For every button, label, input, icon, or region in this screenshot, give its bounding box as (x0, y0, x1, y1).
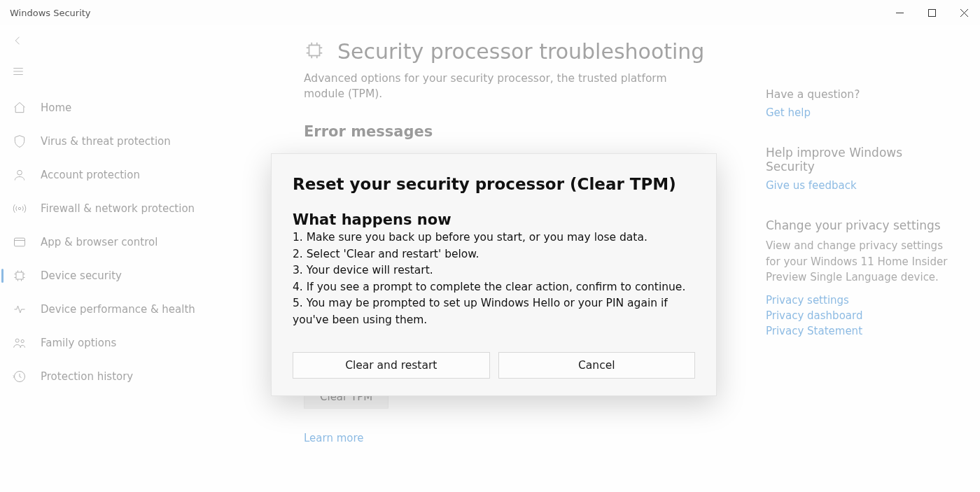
svg-point-8 (18, 207, 20, 209)
sidebar-item-label: Virus & threat protection (41, 135, 171, 148)
broadcast-icon (13, 202, 27, 216)
window-controls (883, 0, 980, 25)
sidebar-item-app-browser[interactable]: App & browser control (0, 225, 287, 259)
chip-icon (304, 40, 325, 64)
sidebar-item-performance[interactable]: Device performance & health (0, 293, 287, 326)
dialog-step: 4. If you see a prompt to complete the c… (293, 279, 695, 296)
page-title: Security processor troubleshooting (337, 39, 704, 64)
svg-rect-11 (16, 272, 23, 279)
sidebar-item-account[interactable]: Account protection (0, 158, 287, 192)
sidebar-item-device-security[interactable]: Device security (0, 259, 287, 293)
dialog-subheading: What happens now (293, 211, 695, 228)
sidebar-item-label: App & browser control (41, 236, 158, 248)
dialog-steps: 1. Make sure you back up before you star… (293, 230, 695, 328)
chip-icon (13, 269, 27, 283)
privacy-dashboard-link[interactable]: Privacy dashboard (766, 309, 952, 322)
sidebar-item-label: Device performance & health (41, 303, 195, 316)
person-icon (13, 168, 27, 182)
shield-icon (13, 134, 27, 148)
sidebar-item-firewall[interactable]: Firewall & network protection (0, 192, 287, 225)
improve-heading: Help improve Windows Security (766, 146, 952, 174)
svg-point-21 (21, 339, 24, 342)
history-icon (13, 370, 27, 384)
sidebar-item-family[interactable]: Family options (0, 326, 287, 360)
heart-rate-icon (13, 302, 27, 316)
svg-point-20 (15, 339, 19, 342)
clear-tpm-dialog: Reset your security processor (Clear TPM… (271, 153, 717, 396)
learn-more-link[interactable]: Learn more (304, 432, 364, 444)
dialog-step: 1. Make sure you back up before you star… (293, 230, 695, 246)
sidebar-item-label: Family options (41, 337, 116, 349)
dialog-step: 5. You may be prompted to set up Windows… (293, 295, 695, 328)
sidebar-item-label: Home (41, 101, 71, 114)
window-title: Windows Security (10, 8, 91, 18)
sidebar-item-label: Firewall & network protection (41, 202, 195, 215)
hamburger-button[interactable] (3, 56, 34, 87)
dialog-title: Reset your security processor (Clear TPM… (293, 175, 695, 193)
error-messages-heading: Error messages (304, 123, 724, 140)
svg-point-7 (18, 170, 22, 175)
dialog-step: 3. Your device will restart. (293, 262, 695, 279)
maximize-button[interactable] (916, 0, 948, 25)
sidebar: Home Virus & threat protection Account p… (0, 25, 287, 492)
cancel-button[interactable]: Cancel (498, 352, 696, 379)
dialog-step: 2. Select 'Clear and restart' below. (293, 246, 695, 263)
browser-icon (13, 235, 27, 249)
sidebar-item-history[interactable]: Protection history (0, 360, 287, 393)
titlebar: Windows Security (0, 0, 980, 25)
page-subtitle: Advanced options for your security proce… (304, 71, 703, 102)
sidebar-item-label: Account protection (41, 169, 140, 181)
feedback-link[interactable]: Give us feedback (766, 179, 952, 192)
sidebar-item-label: Protection history (41, 370, 133, 383)
minimize-button[interactable] (883, 0, 916, 25)
home-icon (13, 101, 27, 115)
svg-rect-9 (15, 238, 25, 246)
sidebar-item-home[interactable]: Home (0, 91, 287, 125)
get-help-link[interactable]: Get help (766, 106, 952, 119)
privacy-heading: Change your privacy settings (766, 218, 952, 232)
svg-rect-1 (928, 9, 935, 16)
svg-rect-22 (309, 45, 320, 55)
family-icon (13, 336, 27, 350)
close-button[interactable] (948, 0, 980, 25)
sidebar-item-label: Device security (41, 269, 122, 282)
sidebar-item-virus[interactable]: Virus & threat protection (0, 125, 287, 158)
have-question-heading: Have a question? (766, 88, 952, 101)
privacy-statement-link[interactable]: Privacy Statement (766, 325, 952, 337)
back-button[interactable] (3, 25, 34, 56)
privacy-description: View and change privacy settings for you… (766, 238, 952, 286)
privacy-settings-link[interactable]: Privacy settings (766, 294, 952, 307)
clear-and-restart-button[interactable]: Clear and restart (293, 352, 490, 379)
